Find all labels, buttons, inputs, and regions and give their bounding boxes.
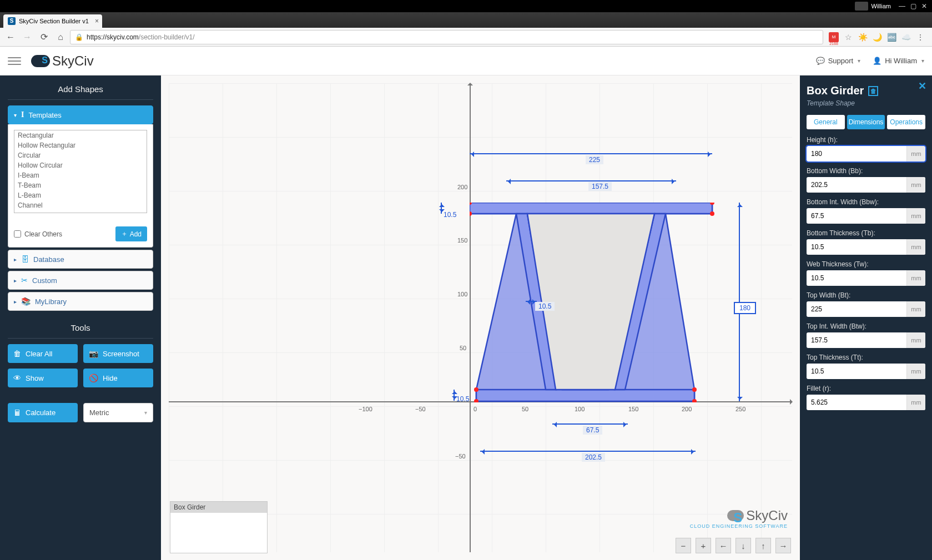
shape-info-box[interactable]: Box Girder	[170, 501, 268, 553]
close-window-button[interactable]: ✕	[919, 2, 930, 10]
tick-x: 150	[628, 406, 638, 412]
address-bar[interactable]: 🔒 https://skyciv.com/section-builder/v1/	[70, 30, 823, 44]
custom-icon: ✂	[21, 276, 28, 285]
template-option[interactable]: Hollow Rectangular	[14, 140, 147, 150]
lock-icon: 🔒	[75, 33, 83, 41]
forward-button[interactable]: →	[20, 30, 34, 44]
dim-label: 67.5	[583, 426, 602, 435]
template-option[interactable]: L-Beam	[14, 190, 147, 200]
units-select[interactable]: Metric ▾	[83, 403, 153, 422]
gmail-ext-icon[interactable]: M	[829, 32, 839, 42]
accordion-mylibrary[interactable]: ▸ 📚 MyLibrary	[8, 292, 153, 311]
dim-top-thk	[441, 203, 442, 214]
user-menu[interactable]: 👤 Hi William	[873, 57, 924, 65]
tab-general[interactable]: General	[807, 115, 845, 129]
unit-label: mm	[906, 301, 925, 317]
panel-title: Box Girder 🗑	[807, 84, 925, 97]
user-icon: 👤	[873, 57, 881, 65]
dimension-input-wrap: mm	[807, 270, 925, 286]
accordion-database[interactable]: ▸ 🗄 Database	[8, 250, 153, 269]
accordion-templates[interactable]: ▾ I Templates	[8, 105, 153, 124]
dimension-input[interactable]	[807, 270, 906, 286]
weather-ext-icon[interactable]: ☀️	[858, 32, 868, 42]
show-button[interactable]: 👁Show	[8, 369, 78, 387]
dim-bottom-int-width	[552, 423, 628, 425]
chat-icon: 💬	[816, 57, 825, 65]
dimension-input-wrap: mm	[807, 146, 925, 162]
support-menu[interactable]: 💬 Support	[816, 57, 861, 65]
browser-tab[interactable]: S SkyCiv Section Builder v1 ×	[3, 14, 102, 28]
reload-button[interactable]: ⟳	[37, 30, 51, 44]
view-controls: − + ← ↓ ↑ →	[676, 538, 791, 553]
clear-others-checkbox[interactable]: Clear Others	[14, 230, 62, 238]
chevron-down-icon: ▾	[144, 410, 147, 416]
close-panel-button[interactable]: ✕	[918, 80, 926, 92]
dimension-input[interactable]	[807, 146, 906, 162]
pan-down-button[interactable]: ↓	[735, 538, 751, 553]
dim-label: 10.5	[535, 302, 555, 311]
pan-left-button[interactable]: ←	[716, 538, 731, 553]
canvas[interactable]: −100 −50 0 50 100 150 200 250 200 150 10…	[161, 75, 800, 560]
eye-off-icon: 🚫	[89, 374, 98, 382]
unit-label: mm	[906, 177, 925, 193]
template-option[interactable]: T-Beam	[14, 180, 147, 190]
maximize-button[interactable]: ▢	[908, 2, 919, 10]
minimize-button[interactable]: —	[896, 2, 908, 10]
zoom-in-button[interactable]: +	[696, 538, 711, 553]
unit-label: mm	[906, 146, 925, 162]
hamburger-menu-button[interactable]	[8, 54, 21, 68]
shape-box-girder[interactable]	[470, 203, 717, 402]
dim-bot-thk	[454, 390, 455, 401]
unit-label: mm	[906, 239, 925, 255]
field-label: Fillet (r):	[807, 385, 925, 392]
os-icon	[855, 2, 868, 11]
screenshot-button[interactable]: 📷Screenshot	[83, 344, 153, 363]
tick-y: 150	[457, 237, 467, 244]
dimension-input-wrap: mm	[807, 177, 925, 193]
dimension-input[interactable]	[807, 301, 906, 317]
brand-logo[interactable]: SkyCiv	[31, 53, 94, 69]
template-option[interactable]: I-Beam	[14, 170, 147, 180]
clear-all-button[interactable]: 🗑Clear All	[8, 344, 78, 363]
panel-subtitle: Template Shape	[807, 99, 925, 107]
weather2-ext-icon[interactable]: 🌙	[872, 32, 882, 42]
template-list[interactable]: RectangularHollow RectangularCircularHol…	[14, 130, 147, 213]
dimension-input[interactable]	[807, 395, 906, 410]
dim-label: 225	[586, 155, 603, 164]
tab-operations[interactable]: Operations	[887, 115, 925, 129]
home-button[interactable]: ⌂	[53, 30, 68, 44]
dim-height-input[interactable]: 180	[734, 302, 756, 314]
dimension-input[interactable]	[807, 239, 906, 255]
tick-x: 250	[735, 406, 745, 412]
star-icon[interactable]: ☆	[843, 32, 853, 42]
tick-x: 100	[575, 406, 585, 412]
calculate-button[interactable]: 🖩Calculate	[8, 403, 78, 422]
template-option[interactable]: Circular	[14, 150, 147, 160]
pan-right-button[interactable]: →	[775, 538, 791, 553]
accordion-custom[interactable]: ▸ ✂ Custom	[8, 271, 153, 290]
delete-shape-button[interactable]: 🗑	[868, 86, 878, 96]
i-beam-icon: I	[21, 110, 24, 119]
url-path: /section-builder/v1/	[139, 33, 195, 41]
drive-ext-icon[interactable]: ☁️	[901, 32, 911, 42]
translate-ext-icon[interactable]: 🔤	[886, 32, 896, 42]
dimension-input[interactable]	[807, 177, 906, 193]
close-tab-icon[interactable]: ×	[95, 17, 99, 25]
dimension-input[interactable]	[807, 208, 906, 224]
pan-up-button[interactable]: ↑	[755, 538, 771, 553]
hide-button[interactable]: 🚫Hide	[83, 369, 153, 387]
template-option[interactable]: Triangular	[14, 210, 147, 213]
template-option[interactable]: Channel	[14, 200, 147, 210]
template-option[interactable]: Rectangular	[14, 130, 147, 140]
field-label: Top Thickness (Tt):	[807, 354, 925, 361]
dimension-input[interactable]	[807, 364, 906, 379]
zoom-out-button[interactable]: −	[676, 538, 691, 553]
template-option[interactable]: Hollow Circular	[14, 160, 147, 170]
dimension-input-wrap: mm	[807, 332, 925, 348]
menu-icon[interactable]: ⋮	[915, 32, 925, 42]
tab-dimensions[interactable]: Dimensions	[847, 115, 885, 129]
dimension-input[interactable]	[807, 332, 906, 348]
add-button[interactable]: ＋ Add	[115, 226, 147, 241]
favicon-icon: S	[8, 17, 16, 25]
back-button[interactable]: ←	[3, 30, 18, 44]
